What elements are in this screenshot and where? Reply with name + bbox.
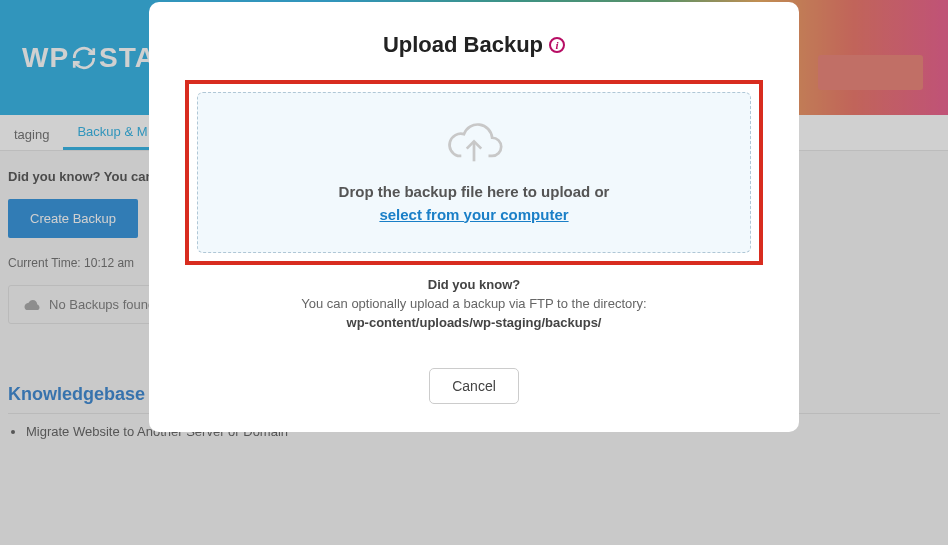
- dropzone-text: Drop the backup file here to upload or: [339, 183, 610, 200]
- tip-path: wp-content/uploads/wp-staging/backups/: [185, 315, 763, 330]
- tip-text: You can optionally upload a backup via F…: [185, 296, 763, 311]
- modal-overlay: Upload Backup i Drop the backup file her…: [0, 0, 948, 545]
- select-from-computer-link[interactable]: select from your computer: [379, 206, 568, 223]
- upload-zone-highlight: Drop the backup file here to upload or s…: [185, 80, 763, 265]
- tip-heading: Did you know?: [185, 277, 763, 292]
- upload-backup-modal: Upload Backup i Drop the backup file her…: [149, 2, 799, 432]
- info-icon[interactable]: i: [549, 37, 565, 53]
- upload-dropzone[interactable]: Drop the backup file here to upload or s…: [197, 92, 751, 253]
- cancel-button[interactable]: Cancel: [429, 368, 519, 404]
- modal-title-text: Upload Backup: [383, 32, 543, 58]
- upload-text: Drop the backup file here to upload or s…: [218, 181, 730, 226]
- tip-section: Did you know? You can optionally upload …: [185, 277, 763, 330]
- modal-title: Upload Backup i: [185, 32, 763, 58]
- cloud-upload-icon: [445, 121, 503, 169]
